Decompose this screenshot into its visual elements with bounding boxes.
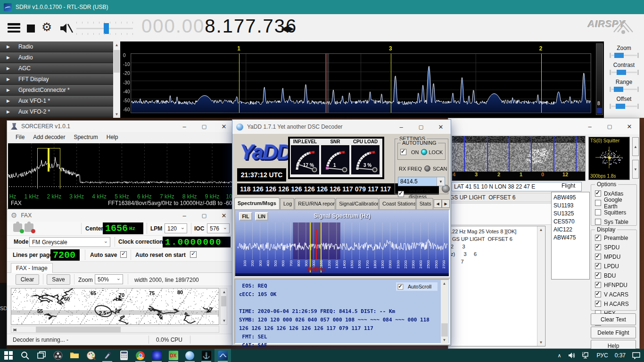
message-panel[interactable]: EOS: REQ cECC: 105 OK TIME: 2020-06-04 2… — [234, 279, 450, 344]
autotuning-on-checkbox[interactable] — [400, 149, 406, 155]
sidebar-item-fft-display[interactable]: FFT Display — [0, 74, 113, 85]
fax-titlebar[interactable]: FAX — [7, 209, 234, 222]
slider-thumb[interactable] — [614, 53, 624, 58]
passband-center-line[interactable] — [48, 148, 50, 172]
tab-spectrum-msgs[interactable]: Spectrum/Msgs — [234, 197, 280, 209]
tray-expand-icon[interactable]: ∧ — [558, 353, 561, 359]
slider-contrast[interactable] — [610, 69, 639, 75]
sorcerer-titlebar[interactable]: SORCERER v1.0.1 — [7, 121, 234, 132]
spin-up-button[interactable] — [632, 137, 639, 156]
close-button[interactable] — [214, 209, 234, 222]
rx-frequency-combo[interactable]: 8414.5 — [398, 177, 445, 186]
fax-horizontal-scrollbar[interactable] — [11, 326, 219, 333]
minimize-button[interactable] — [174, 121, 194, 132]
action-center-icon[interactable] — [632, 352, 640, 359]
calculator-icon[interactable] — [116, 349, 132, 362]
scroll-right-icon[interactable] — [11, 326, 18, 333]
display-checkbox[interactable] — [595, 244, 601, 250]
maximize-button[interactable] — [600, 118, 619, 134]
vfo-marker[interactable]: 1 — [239, 54, 239, 113]
stop-button[interactable] — [27, 25, 35, 33]
slider-range[interactable] — [610, 86, 639, 92]
fax-image-view[interactable] — [11, 288, 219, 325]
option-checkbox[interactable] — [595, 219, 601, 225]
button-delete-flight[interactable]: Delete Flight — [591, 327, 636, 338]
scroll-down-icon[interactable] — [221, 317, 228, 324]
flight-item[interactable]: ABW495 — [553, 194, 587, 202]
network-tray-icon[interactable] — [582, 352, 590, 359]
tab-scroll-right-icon[interactable] — [442, 199, 450, 208]
slider-thumb[interactable] — [614, 87, 623, 92]
save-button[interactable]: Save — [47, 274, 70, 285]
scroll-up-icon[interactable] — [441, 280, 448, 287]
tab-signal-calibration[interactable]: Signal/Calibration — [336, 198, 379, 209]
lpm-combo[interactable]: 120 — [165, 223, 187, 233]
pc-hfdl-titlebar[interactable] — [448, 118, 639, 134]
main-spectrum[interactable]: 0-10-20-30-40-50-60 132 — [122, 42, 595, 116]
scroll-down-icon[interactable] — [441, 337, 448, 344]
yadd-taskbar-icon[interactable] — [182, 349, 198, 362]
minimize-button[interactable] — [174, 209, 194, 222]
multipsk-icon[interactable] — [149, 349, 165, 362]
flight-item[interactable]: CES570 — [553, 218, 587, 226]
menu-hamburger-icon[interactable] — [8, 23, 20, 33]
flight-item[interactable]: SU1325 — [553, 210, 587, 218]
task-view-button[interactable] — [33, 349, 50, 362]
tab-stats[interactable]: Stats — [416, 198, 433, 209]
spin-down-button[interactable] — [632, 160, 639, 179]
sidebar-item-audio[interactable]: Audio — [0, 52, 113, 63]
maximize-button[interactable] — [411, 120, 431, 134]
tab-scroll-left-icon[interactable] — [434, 199, 442, 208]
display-checkbox[interactable] — [595, 282, 601, 288]
settings-gear-icon[interactable] — [41, 20, 52, 34]
display-checkbox[interactable] — [595, 301, 601, 307]
sdrsharp-taskbar-icon[interactable] — [215, 349, 231, 362]
flight-item[interactable]: ABW475 — [553, 234, 587, 242]
sorcerer-spectrum[interactable]: Hz1 kHz2 kHz3 kHz4 kHz5 kHz6 kHz7 kHz8 k… — [8, 143, 234, 210]
option-checkbox[interactable] — [595, 209, 601, 215]
button-clear-text[interactable]: Clear Text — [591, 313, 636, 325]
maximize-button[interactable] — [194, 121, 214, 132]
flight-item[interactable]: SU1193 — [553, 202, 587, 210]
yadd-titlebar[interactable]: YaDD 1.7.1 Yet another DSC Decoder — [232, 120, 451, 134]
menu-help[interactable]: Help — [107, 134, 118, 140]
sorcerer-taskbar-icon[interactable] — [99, 349, 116, 362]
obs-icon[interactable] — [50, 349, 66, 362]
sdrsharp-titlebar[interactable]: SDR# v1.0.0.1700 - RTL-SDR (USB) — [0, 0, 644, 14]
mute-speaker-icon[interactable] — [59, 23, 74, 36]
close-button[interactable] — [214, 121, 234, 132]
sidebar-item-gpredictconnector[interactable]: GpredictConnector * — [0, 85, 113, 96]
menu-spectrum[interactable]: Spectrum — [74, 134, 98, 140]
zoom-combo[interactable]: 50% — [95, 274, 123, 284]
spectrum-canvas[interactable] — [122, 42, 595, 116]
log-scrollbar[interactable] — [537, 226, 545, 346]
message-scrollbar[interactable] — [441, 280, 448, 344]
paint-app-icon[interactable] — [83, 349, 99, 362]
hfdl-log-list[interactable]: .22 Hz Mag 25 Votes 8 ][OK] GS UP LIGHT … — [448, 226, 545, 346]
scroll-down-icon[interactable] — [537, 339, 545, 346]
clear-button[interactable]: Clear — [16, 274, 39, 285]
sidebar-item-agc[interactable]: AGC — [0, 63, 113, 74]
search-button[interactable] — [17, 349, 33, 362]
scroll-up-icon[interactable] — [537, 226, 545, 233]
vfo-marker[interactable]: 3 — [391, 54, 391, 113]
option-checkbox[interactable] — [595, 190, 601, 197]
scroll-down-icon[interactable] — [113, 111, 120, 118]
maximize-button[interactable] — [194, 209, 214, 222]
slider-thumb[interactable] — [616, 104, 625, 109]
fax-vertical-scrollbar[interactable] — [220, 288, 227, 325]
frequency-display[interactable]: 000.008.177.736 — [141, 16, 297, 37]
ioc-combo[interactable]: 576 — [207, 223, 230, 233]
sidebar-item-radio[interactable]: Radio — [0, 41, 113, 52]
minimize-button[interactable] — [391, 120, 411, 134]
display-checkbox[interactable] — [595, 291, 601, 297]
tuning-line[interactable] — [325, 54, 326, 113]
tab-reu-rna-report[interactable]: REU/RNA report — [295, 198, 335, 209]
display-checkbox[interactable] — [595, 263, 601, 269]
slider-offset[interactable] — [610, 103, 639, 109]
dxatlas-icon[interactable]: DX — [165, 349, 182, 362]
auto-save-checkbox[interactable] — [120, 251, 127, 258]
mode-combo[interactable]: FM Greyscale — [29, 237, 110, 247]
chrome-icon[interactable] — [132, 349, 149, 362]
sidebar-item-aux-vfo-1[interactable]: Aux VFO-1 * — [0, 96, 113, 107]
